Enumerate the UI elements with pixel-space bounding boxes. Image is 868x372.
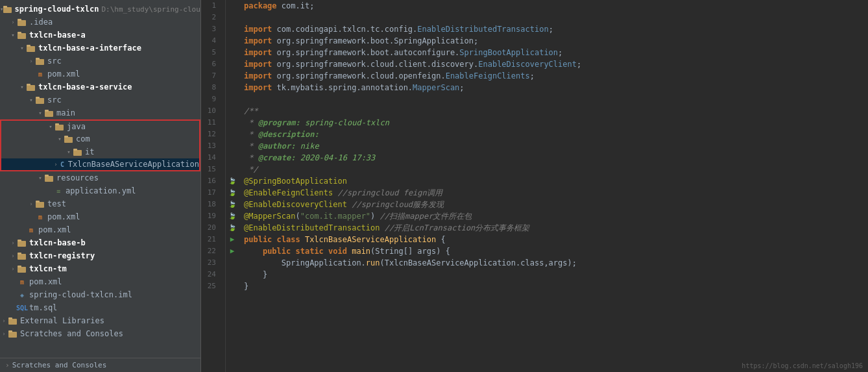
- code-line-14: * @create: 2020-04-16 17:33: [244, 152, 868, 164]
- code-line-24: }: [244, 269, 868, 280]
- svg-rect-20: [73, 150, 82, 156]
- gutter-cell-20: 🍃: [226, 222, 239, 234]
- tree-arrow: ›: [0, 317, 8, 324]
- bean-icon: 🍃: [228, 199, 236, 210]
- line-num-16: 16: [201, 175, 220, 187]
- tree-icon-folder: [64, 134, 74, 143]
- tree-icon-folder: [44, 173, 54, 182]
- line-num-18: 18: [201, 199, 220, 210]
- tree-item-txlcn-base-a-service[interactable]: ▾txlcn-base-a-service: [0, 81, 200, 93]
- code-line-11: * @program: spring-cloud-txlcn: [244, 117, 868, 129]
- tree-item-iml[interactable]: ◈spring-cloud-txlcn.iml: [0, 288, 200, 301]
- gutter-cell-16: 🍃: [226, 175, 239, 187]
- line-num-19: 19: [201, 210, 220, 222]
- tree-item-it[interactable]: ▾it: [0, 145, 200, 158]
- tree-item-src2[interactable]: ▾src: [0, 93, 200, 106]
- tree-item-app[interactable]: ›CTxlcnBaseAServiceApplication: [0, 158, 200, 171]
- tree-item-pom3[interactable]: mpom.xml: [0, 223, 200, 236]
- watermark: https://blog.csdn.net/salogh196: [741, 362, 863, 369]
- tree-item-root[interactable]: ▾spring-cloud-txlcnD:\hm_study\spring-cl…: [0, 3, 200, 16]
- tree-item-appyml[interactable]: ≡application.yml: [0, 184, 200, 197]
- tree-item-java[interactable]: ▾java: [0, 119, 200, 132]
- tree-icon-xml: m: [35, 212, 45, 221]
- svg-rect-10: [27, 85, 35, 91]
- code-line-12: * @description:: [244, 129, 868, 140]
- code-content[interactable]: package com.it; import com.codingapi.txl…: [239, 0, 868, 372]
- svg-rect-24: [36, 202, 44, 208]
- tree-label: src: [47, 95, 62, 105]
- tree-item-sql[interactable]: SQLtm.sql: [0, 301, 200, 314]
- gutter-cell-6: [226, 58, 239, 70]
- scratches-label: Scratches and Consoles: [12, 361, 107, 369]
- tree-arrow: ›: [27, 201, 35, 207]
- tree-arrow: ›: [0, 330, 8, 337]
- line-num-20: 20: [201, 222, 220, 234]
- svg-rect-29: [18, 253, 21, 254]
- svg-rect-8: [36, 59, 44, 65]
- tree-item-idea[interactable]: ›.idea: [0, 16, 200, 29]
- run-icon-2: ▶: [230, 245, 235, 257]
- tree-arrow: ▾: [27, 97, 35, 103]
- tree-label: pom.xml: [47, 69, 80, 79]
- tree-item-txlcn-tm[interactable]: ›txlcn-tm: [0, 262, 200, 275]
- tree-item-src1[interactable]: ›src: [0, 55, 200, 68]
- tree-label: it: [85, 147, 94, 156]
- tree-label: pom.xml: [47, 212, 80, 221]
- code-editor: 1234567891011121314151617181920212223242…: [201, 0, 868, 372]
- svg-rect-26: [18, 241, 26, 247]
- tree-item-resources[interactable]: ▾resources: [0, 171, 200, 184]
- tree-item-pom2[interactable]: mpom.xml: [0, 210, 200, 223]
- svg-rect-3: [18, 19, 21, 21]
- tree-icon-folder: [35, 95, 45, 105]
- tree-item-txlcn-base-a[interactable]: ▾txlcn-base-a: [0, 29, 200, 42]
- code-line-2: [244, 12, 868, 23]
- code-line-7: import org.springframework.cloud.openfei…: [244, 70, 868, 82]
- bottom-bar[interactable]: › Scratches and Consoles: [0, 358, 200, 372]
- svg-rect-27: [18, 240, 21, 242]
- svg-rect-5: [18, 32, 21, 34]
- svg-rect-18: [64, 137, 73, 143]
- line-num-5: 5: [201, 47, 220, 58]
- tree-item-pom4[interactable]: mpom.xml: [0, 275, 200, 288]
- project-tree[interactable]: ▾spring-cloud-txlcnD:\hm_study\spring-cl…: [0, 0, 200, 358]
- svg-rect-33: [8, 317, 12, 319]
- tree-item-main[interactable]: ▾main: [0, 106, 200, 119]
- svg-rect-13: [36, 97, 40, 99]
- gutter-cell-14: [226, 152, 239, 164]
- gutter-cell-5: [226, 47, 239, 58]
- tree-arrow: ›: [9, 253, 17, 259]
- tree-item-extlibs[interactable]: ›External Libraries: [0, 314, 200, 327]
- gutter-cell-10: [226, 105, 239, 117]
- code-line-16: @SpringBootApplication: [244, 175, 868, 187]
- tree-icon-xml: m: [17, 277, 27, 286]
- tree-item-txlcn-registry[interactable]: ›txlcn-registry: [0, 249, 200, 262]
- svg-rect-2: [18, 20, 26, 26]
- svg-rect-32: [8, 319, 17, 325]
- tree-arrow: ▾: [47, 123, 54, 130]
- run-icon: ▶: [230, 234, 235, 245]
- svg-rect-12: [36, 98, 44, 104]
- line-num-13: 13: [201, 140, 220, 152]
- tree-item-scratches[interactable]: ›Scratches and Consoles: [0, 327, 200, 340]
- line-num-23: 23: [201, 257, 220, 269]
- tree-label: spring-cloud-txlcn.iml: [29, 290, 132, 299]
- code-line-15: */: [244, 164, 868, 175]
- code-line-25: }: [244, 280, 868, 292]
- tree-item-txlcn-base-b[interactable]: ›txlcn-base-b: [0, 236, 200, 249]
- line-num-3: 3: [201, 23, 220, 35]
- gutter-cell-4: [226, 35, 239, 47]
- tree-icon-folder: [44, 108, 54, 118]
- gutter-cell-1: [226, 0, 239, 12]
- svg-rect-21: [73, 149, 77, 151]
- tree-item-test[interactable]: ›test: [0, 197, 200, 210]
- tree-arrow: ›: [9, 19, 17, 25]
- tree-item-txlcn-base-a-interface[interactable]: ▾txlcn-base-a-interface: [0, 42, 200, 55]
- line-num-22: 22: [201, 245, 220, 257]
- tree-label: txlcn-base-b: [29, 238, 86, 247]
- gutter-cell-8: [226, 82, 239, 93]
- bean-icon: 🍃: [228, 210, 236, 222]
- file-tree-panel: ▾spring-cloud-txlcnD:\hm_study\spring-cl…: [0, 0, 201, 372]
- code-line-9: [244, 93, 868, 105]
- tree-item-com[interactable]: ▾com: [0, 132, 200, 145]
- tree-item-pom1[interactable]: mpom.xml: [0, 68, 200, 81]
